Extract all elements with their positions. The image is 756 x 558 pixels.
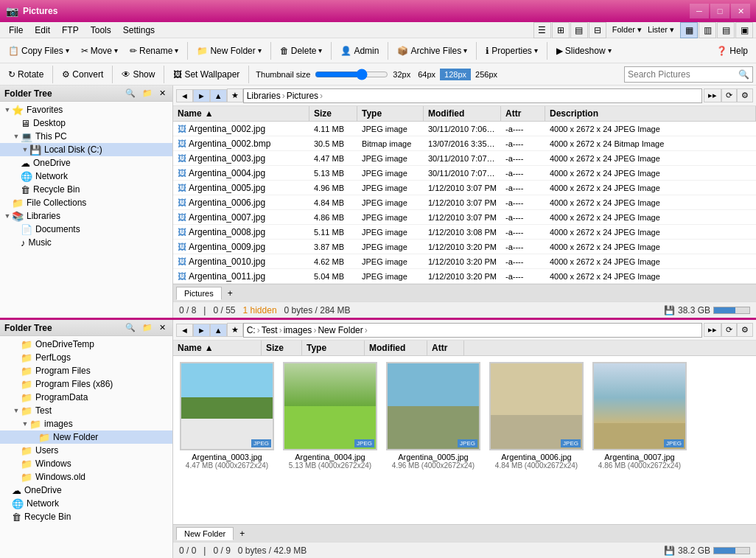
header-size[interactable]: Size: [309, 106, 357, 121]
size-256[interactable]: 256px: [472, 69, 500, 80]
new-folder-button[interactable]: 📁 New Folder ▾: [192, 41, 266, 61]
copy-files-button[interactable]: 📋 Copy Files ▾: [3, 41, 74, 61]
top-back-btn[interactable]: ◄: [176, 89, 193, 102]
bottom-tree-item-5[interactable]: ▼ 📁 Test: [0, 404, 172, 417]
bottom-tree-item-12[interactable]: 🌐 Network: [0, 497, 172, 510]
menu-file[interactable]: File: [3, 24, 29, 37]
header-description[interactable]: Description: [545, 106, 756, 121]
thumbnail-item-4[interactable]: JPEG Argentina_0007.jpg 4.86 MB (4000x26…: [592, 362, 687, 470]
tree-item-recyclebin-top[interactable]: 🗑 Recycle Bin: [0, 183, 172, 196]
tree-item-favorites[interactable]: ▼ ⭐ Favorites: [0, 103, 172, 116]
thumbnail-item-3[interactable]: JPEG Argentina_0006.jpg 4.84 MB (4000x26…: [489, 362, 584, 470]
bottom-back-btn[interactable]: ◄: [176, 324, 193, 337]
top-bookmark-btn[interactable]: ★: [227, 88, 243, 102]
bottom-tree-item-3[interactable]: 📁 Program Files (x86): [0, 377, 172, 391]
bottom-header-modified[interactable]: Modified: [365, 341, 427, 355]
rename-button[interactable]: ✏ Rename ▾: [125, 41, 183, 61]
bottom-header-name[interactable]: Name ▲: [173, 341, 262, 355]
bottom-tree-new-btn[interactable]: 📁: [140, 322, 155, 333]
file-row[interactable]: 🖼 Argentina_0005.jpg 4.96 MB JPEG image …: [173, 181, 756, 195]
tree-item-localdisk[interactable]: ▼ 💾 Local Disk (C:): [0, 143, 172, 156]
file-row[interactable]: 🖼 Argentina_0009.jpg 3.87 MB JPEG image …: [173, 240, 756, 254]
header-type[interactable]: Type: [357, 106, 424, 121]
show-button[interactable]: 👁 Show: [116, 64, 160, 85]
bottom-header-type[interactable]: Type: [302, 341, 365, 355]
tab-add-btn[interactable]: +: [223, 287, 237, 300]
top-address-path[interactable]: Libraries › Pictures ›: [243, 88, 702, 103]
rotate-button[interactable]: ↻ Rotate: [3, 64, 49, 85]
bottom-tree-item-0[interactable]: 📁 OneDriveTemp: [0, 338, 172, 351]
file-row[interactable]: 🖼 Argentina_0007.jpg 4.86 MB JPEG image …: [173, 210, 756, 225]
thumbnail-item-2[interactable]: JPEG Argentina_0005.jpg 4.96 MB (4000x26…: [385, 362, 481, 470]
top-forward-btn[interactable]: ►: [193, 89, 210, 102]
help-button[interactable]: ❓ Help: [711, 41, 753, 61]
top-settings-btn[interactable]: ⚙: [737, 88, 753, 102]
size-64[interactable]: 64px: [415, 69, 438, 80]
file-row[interactable]: 🖼 Argentina_0004.jpg 5.13 MB JPEG image …: [173, 166, 756, 181]
thumbnail-item-0[interactable]: JPEG Argentina_0003.jpg 4.47 MB (4000x26…: [179, 362, 275, 470]
bottom-sync-btn[interactable]: ⟳: [721, 323, 737, 337]
bottom-header-size[interactable]: Size: [262, 341, 302, 355]
admin-button[interactable]: 👤 Admin: [335, 41, 384, 61]
view-icons-btn[interactable]: ⊟: [589, 22, 606, 38]
top-tree-new-btn[interactable]: 📁: [140, 88, 155, 99]
bottom-tree-item-1[interactable]: 📁 PerfLogs: [0, 351, 172, 364]
file-row[interactable]: 🖼 Argentina_0003.jpg 4.47 MB JPEG image …: [173, 151, 756, 166]
minimize-button[interactable]: ─: [690, 4, 709, 18]
tree-item-desktop[interactable]: 🖥 Desktop: [0, 116, 172, 130]
size-128[interactable]: 128px: [440, 69, 471, 80]
bottom-tree-item-2[interactable]: 📁 Program Files: [0, 364, 172, 377]
lister-view-btn4[interactable]: ▣: [735, 22, 753, 38]
menu-tools[interactable]: Tools: [85, 24, 117, 37]
file-row[interactable]: 🖼 Argentina_0002.bmp 30.5 MB Bitmap imag…: [173, 136, 756, 151]
close-button[interactable]: ✕: [731, 4, 750, 18]
slideshow-button[interactable]: ▶ Slideshow ▾: [551, 41, 617, 61]
top-up-btn[interactable]: ▲: [210, 89, 227, 102]
bottom-tree-item-10[interactable]: 📁 Windows.old: [0, 470, 172, 484]
header-attr[interactable]: Attr: [501, 106, 545, 121]
bottom-bookmark-btn[interactable]: ★: [227, 323, 243, 337]
tree-item-music[interactable]: ♪ Music: [0, 236, 172, 249]
move-button[interactable]: ✂ Move ▾: [76, 41, 123, 61]
tree-item-thispc[interactable]: ▼ 💻 This PC: [0, 130, 172, 143]
view-details-btn[interactable]: ⊞: [552, 22, 570, 38]
file-row[interactable]: 🖼 Argentina_0002.jpg 4.11 MB JPEG image …: [173, 122, 756, 136]
bottom-up-btn[interactable]: ▲: [210, 324, 227, 337]
thumbnail-size-slider[interactable]: [315, 69, 388, 80]
file-row[interactable]: 🖼 Argentina_0010.jpg 4.62 MB JPEG image …: [173, 254, 756, 269]
menu-edit[interactable]: Edit: [29, 24, 56, 37]
bottom-tree-item-7[interactable]: 📁 New Folder: [0, 430, 172, 444]
file-row[interactable]: 🖼 Argentina_0011.jpg 5.04 MB JPEG image …: [173, 269, 756, 284]
bottom-tree-search-btn[interactable]: 🔍: [123, 322, 138, 333]
convert-button[interactable]: ⚙ Convert: [57, 64, 108, 85]
tree-item-libraries[interactable]: ▼ 📚 Libraries: [0, 209, 172, 223]
set-wallpaper-button[interactable]: 🖼 Set Wallpaper: [168, 64, 245, 85]
thumbnail-item-1[interactable]: JPEG Argentina_0004.jpg 5.13 MB (4000x26…: [282, 362, 378, 470]
bottom-path-right-btn[interactable]: ▸▸: [704, 323, 721, 337]
tree-item-network-top[interactable]: 🌐 Network: [0, 170, 172, 183]
view-list-btn[interactable]: ☰: [533, 22, 551, 38]
bottom-tree-item-4[interactable]: 📁 ProgramData: [0, 391, 172, 404]
tree-item-onedrive[interactable]: ☁ OneDrive: [0, 156, 172, 170]
bottom-forward-btn[interactable]: ►: [193, 324, 210, 337]
bottom-tree-item-13[interactable]: 🗑 Recycle Bin: [0, 510, 172, 523]
file-row[interactable]: 🖼 Argentina_0008.jpg 5.11 MB JPEG image …: [173, 225, 756, 240]
lister-view-btn2[interactable]: ▥: [699, 22, 716, 38]
size-32[interactable]: 32px: [390, 69, 413, 80]
delete-button[interactable]: 🗑 Delete ▾: [275, 41, 328, 61]
tree-item-documents[interactable]: 📄 Documents: [0, 223, 172, 236]
search-input[interactable]: [628, 69, 738, 80]
bottom-tree-item-8[interactable]: 📁 Users: [0, 444, 172, 457]
lister-view-btn3[interactable]: ▤: [717, 22, 735, 38]
bottom-settings-btn[interactable]: ⚙: [737, 323, 753, 337]
menu-settings[interactable]: Settings: [117, 24, 161, 37]
bottom-tree-item-9[interactable]: 📁 Windows: [0, 457, 172, 470]
tab-pictures[interactable]: Pictures: [176, 287, 222, 300]
top-tree-search-btn[interactable]: 🔍: [123, 88, 138, 99]
bottom-tree-item-11[interactable]: ☁ OneDrive: [0, 484, 172, 497]
menu-ftp[interactable]: FTP: [56, 24, 85, 37]
bottom-header-attr[interactable]: Attr: [427, 341, 464, 355]
archive-button[interactable]: 📦 Archive Files ▾: [392, 41, 472, 61]
maximize-button[interactable]: □: [710, 4, 729, 18]
lister-view-btn1[interactable]: ▦: [680, 22, 698, 38]
